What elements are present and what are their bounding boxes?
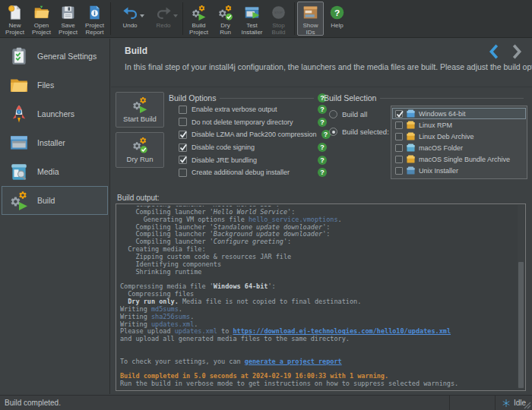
checkbox[interactable] (179, 156, 187, 164)
console-link[interactable]: generate a project report (245, 358, 342, 365)
sidebar-item-files[interactable]: Files (2, 71, 108, 99)
window-icon (9, 133, 29, 153)
clipboard-icon (9, 46, 29, 66)
toolbar-group-history: UndoRedo (113, 1, 180, 36)
media-item-linux-deb-archive[interactable]: Linux Deb Archive (392, 131, 526, 142)
previous-step-button[interactable] (486, 43, 503, 60)
option-disable-code-signing[interactable]: Disable code signing? (169, 141, 327, 154)
build-selection-title: Build Selection (324, 93, 376, 102)
console-line: Shrinking runtime (120, 269, 515, 276)
media-item-unix-installer[interactable]: Unix Installer (392, 165, 526, 176)
sidebar-item-launchers[interactable]: Launchers (2, 99, 108, 128)
toolbar-divider (294, 2, 295, 35)
console-text: . (179, 305, 182, 313)
media-item-label: macOS Folder (419, 144, 463, 152)
console-text: hello_service.vmoptions (249, 216, 338, 223)
console-link[interactable]: https://download.ej-technologies.com/hel… (233, 327, 451, 335)
checkbox[interactable] (395, 144, 403, 152)
checkbox[interactable] (179, 131, 187, 139)
start-build-button[interactable]: Start Build (116, 92, 164, 128)
undo-button[interactable]: Undo (113, 2, 147, 36)
checkbox[interactable] (179, 118, 187, 126)
dry-run-button[interactable]: Dry Run (212, 2, 239, 36)
media-deb-icon (407, 132, 415, 140)
svg-text:?: ? (334, 8, 340, 18)
sidebar-item-installer[interactable]: Installer (2, 128, 108, 157)
console-text: Compressing files (120, 290, 194, 298)
media-win-icon (407, 109, 415, 118)
dry-run-button[interactable]: Dry Run (116, 132, 164, 168)
test-installer-button[interactable]: Test Installer (239, 2, 265, 36)
toolbar-button-label: Show IDs (302, 22, 318, 36)
media-item-macos-single-bundle-archive[interactable]: macOS Single Bundle Archive (392, 153, 526, 165)
dry-run-gears-icon (131, 137, 148, 153)
media-item-linux-rpm[interactable]: Linux RPM (392, 119, 526, 131)
stop-icon: STOP (271, 5, 287, 20)
toolbar-button-label: Test Installer (241, 22, 262, 36)
radio-build-selected[interactable]: Build selected: (324, 125, 386, 138)
console-text: Zipping custom code & resources JAR file (120, 253, 291, 260)
scrollbar-thumb[interactable] (518, 262, 524, 387)
show-ids-icon (302, 5, 318, 20)
checkbox[interactable] (395, 167, 403, 175)
help-button[interactable]: ?Help (324, 2, 350, 36)
checkbox[interactable] (179, 144, 187, 152)
console-line: Run the build in verbose mode to get ins… (120, 380, 515, 388)
console-text: ': (322, 223, 330, 231)
resize-grip-icon[interactable] (522, 400, 531, 409)
sidebar-item-label: Media (37, 167, 59, 176)
media-item-label: Linux Deb Archive (419, 133, 474, 140)
sidebar-item-media[interactable]: Media (2, 157, 108, 186)
toolbar-button-label: Build Project (189, 22, 208, 36)
dropdown-arrow-icon[interactable] (140, 14, 144, 17)
save-project-button[interactable]: Save Project (55, 2, 81, 36)
media-macfolder-icon (407, 144, 415, 152)
radio-icon[interactable] (329, 128, 337, 136)
checkbox[interactable] (395, 133, 403, 140)
option-create-additional-debug-installer[interactable]: Create additional debug installer? (169, 166, 327, 179)
help-icon[interactable]: ? (318, 143, 327, 152)
option-disable-lzma-and-pack200-compression[interactable]: Disable LZMA and Pack200 compression? (169, 128, 327, 141)
checkbox[interactable] (179, 106, 187, 114)
show-ids-button[interactable]: Show IDs (297, 2, 324, 36)
media-file-list[interactable]: Windows 64-bitLinux RPMLinux Deb Archive… (391, 106, 527, 179)
build-output-label: Build output: (117, 194, 160, 202)
help-icon[interactable]: ? (318, 168, 327, 177)
checkbox[interactable] (395, 121, 403, 129)
build-project-button[interactable]: Build Project (185, 2, 212, 36)
console-text: Windows 64-bit (214, 282, 268, 290)
console-text: . (194, 320, 198, 328)
sidebar-item-build[interactable]: Build (2, 186, 108, 215)
console-text: Hello World Service (214, 208, 287, 216)
build-gears-icon (191, 5, 207, 20)
toolbar-button-label: Open Project (32, 22, 51, 36)
dropdown-arrow-icon[interactable] (173, 14, 178, 17)
console-scrollbar[interactable] (518, 205, 524, 390)
console-text: . (190, 313, 194, 320)
media-item-label: Windows 64-bit (419, 110, 466, 118)
new-project-button[interactable]: New Project (2, 2, 28, 36)
project-report-button[interactable]: Project Report (81, 2, 108, 36)
console-text: and upload all generated media files to … (120, 335, 350, 342)
radio-icon[interactable] (329, 110, 337, 118)
sidebar: General SettingsFilesLaunchersInstallerM… (0, 39, 110, 394)
option-do-not-delete-temporary-directory[interactable]: Do not delete temporary directory? (169, 116, 327, 129)
console-text: sha256sums (151, 313, 190, 320)
media-item-label: macOS Single Bundle Archive (419, 156, 510, 163)
option-disable-jre-bundling[interactable]: Disable JRE bundling? (169, 153, 327, 166)
checkbox[interactable] (179, 169, 187, 177)
checkbox[interactable] (395, 156, 403, 163)
divider (220, 98, 314, 99)
media-item-macos-folder[interactable]: macOS Folder (392, 142, 526, 153)
option-enable-extra-verbose-output[interactable]: Enable extra verbose output? (169, 103, 327, 116)
sidebar-item-general-settings[interactable]: General Settings (2, 42, 108, 71)
sidebar-item-label: Installer (37, 138, 65, 147)
open-project-button[interactable]: Open Project (28, 2, 55, 36)
help-icon[interactable]: ? (318, 156, 327, 165)
checkbox[interactable] (395, 110, 403, 118)
media-item-windows-64-bit[interactable]: Windows 64-bit (392, 108, 526, 119)
build-output-console[interactable]: Compiling launcher 'Hello World GUI': Co… (116, 203, 526, 391)
folder-open-icon (33, 5, 49, 20)
radio-build-all[interactable]: Build all (324, 108, 386, 121)
console-text: To check your settings, you can (120, 358, 245, 365)
